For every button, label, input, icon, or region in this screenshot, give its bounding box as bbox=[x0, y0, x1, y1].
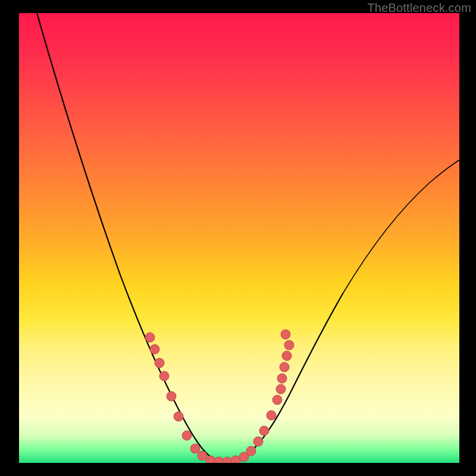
svg-point-14 bbox=[246, 446, 256, 456]
svg-point-4 bbox=[167, 392, 176, 401]
svg-point-17 bbox=[267, 411, 276, 420]
svg-point-5 bbox=[174, 412, 183, 421]
svg-point-24 bbox=[281, 330, 290, 339]
svg-point-8 bbox=[198, 451, 207, 461]
svg-point-3 bbox=[159, 371, 169, 381]
chart-frame: TheBottleneck.com bbox=[0, 0, 476, 476]
left-curve bbox=[37, 13, 226, 462]
data-points bbox=[145, 330, 294, 463]
svg-point-6 bbox=[182, 431, 192, 440]
svg-point-20 bbox=[277, 374, 287, 383]
svg-point-22 bbox=[282, 351, 292, 361]
svg-point-1 bbox=[150, 345, 159, 354]
svg-point-0 bbox=[145, 333, 155, 342]
chart-svg bbox=[19, 13, 459, 463]
svg-point-21 bbox=[280, 362, 289, 372]
plot-area bbox=[19, 13, 459, 463]
svg-point-15 bbox=[253, 437, 263, 446]
svg-point-16 bbox=[259, 426, 269, 436]
svg-point-23 bbox=[284, 340, 294, 350]
svg-point-2 bbox=[155, 358, 164, 368]
svg-point-18 bbox=[273, 395, 282, 405]
svg-point-19 bbox=[276, 384, 286, 394]
svg-point-7 bbox=[190, 444, 200, 453]
watermark-text: TheBottleneck.com bbox=[367, 1, 471, 15]
right-curve-upper bbox=[343, 160, 459, 293]
